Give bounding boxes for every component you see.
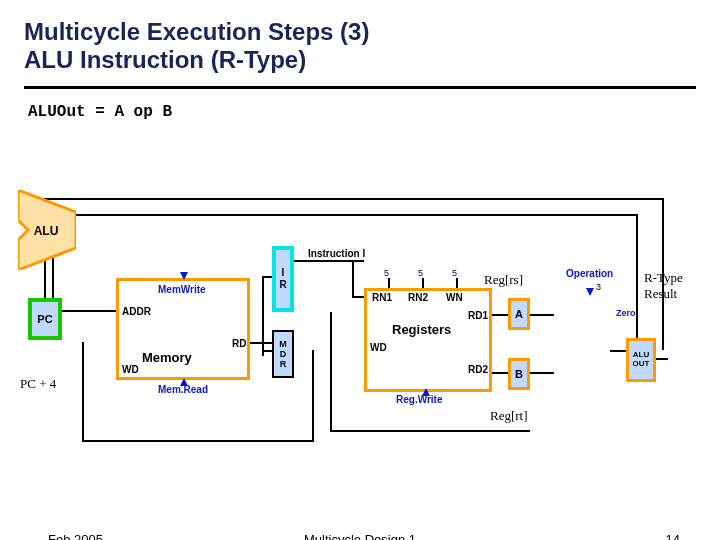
- instruction-label: Instruction I: [308, 248, 365, 259]
- mdr-register: M D R: [272, 330, 294, 378]
- rn1-port: RN1: [372, 292, 392, 303]
- reg-rs-annotation: Reg[rs]: [484, 272, 523, 288]
- b-latch: B: [508, 358, 530, 390]
- regwrite-signal: Reg.Write: [396, 394, 443, 405]
- alu-block: ALU: [18, 190, 76, 270]
- footer-page: 14: [666, 532, 680, 540]
- pc-plus-4-annotation: PC + 4: [20, 376, 56, 392]
- footer-center: Multicycle Design 1: [304, 532, 416, 540]
- reg-rt-annotation: Reg[rt]: [490, 408, 528, 424]
- registers-title: Registers: [392, 322, 451, 337]
- aluout-register: ALU OUT: [626, 338, 656, 382]
- width-3: 3: [596, 282, 601, 292]
- rd1-port: RD1: [468, 310, 488, 321]
- memwrite-signal: MemWrite: [158, 284, 206, 295]
- wd-port-reg: WD: [370, 342, 387, 353]
- rtype-result-annotation: R-Type Result: [644, 270, 683, 302]
- rd-port-mem: RD: [232, 338, 246, 349]
- memory-title: Memory: [142, 350, 192, 365]
- wn-port: WN: [446, 292, 463, 303]
- title-line-1: Multicycle Execution Steps (3): [24, 18, 696, 46]
- width-5-a: 5: [384, 268, 389, 278]
- svg-text:ALU: ALU: [34, 224, 59, 238]
- rd2-port: RD2: [468, 364, 488, 375]
- a-latch: A: [508, 298, 530, 330]
- rn2-port: RN2: [408, 292, 428, 303]
- wd-port-mem: WD: [122, 364, 139, 375]
- datapath-diagram: PC Memory ADDR RD WD MemWrite Mem.Read I…: [18, 190, 702, 470]
- alu-equation: ALUOut = A op B: [0, 89, 720, 121]
- title-line-2: ALU Instruction (R-Type): [24, 46, 696, 74]
- register-file: [364, 288, 492, 392]
- pc-register: PC: [28, 298, 62, 340]
- width-5-b: 5: [418, 268, 423, 278]
- addr-port: ADDR: [122, 306, 151, 317]
- width-5-c: 5: [452, 268, 457, 278]
- operation-signal: Operation: [566, 268, 613, 279]
- zero-label: Zero: [616, 308, 636, 318]
- footer-date: Feb 2005: [48, 532, 103, 540]
- ir-register: I R: [272, 246, 294, 312]
